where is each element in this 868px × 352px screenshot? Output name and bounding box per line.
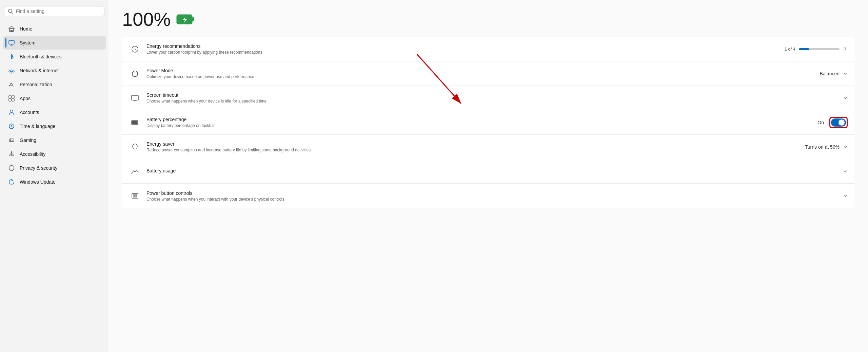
sidebar-item-network[interactable]: Network & internet <box>3 64 106 77</box>
item-desc: Lower your carbon footprint by applying … <box>146 50 779 55</box>
svg-point-13 <box>10 110 13 113</box>
personalization-icon <box>8 81 15 88</box>
sidebar-item-gaming[interactable]: Gaming <box>3 133 106 147</box>
item-right-battery-usage <box>843 169 848 174</box>
system-icon <box>8 39 15 46</box>
sidebar-item-label: Bluetooth & devices <box>20 54 62 59</box>
sidebar-item-personalization[interactable]: Personalization <box>3 78 106 91</box>
toggle-switch[interactable] <box>831 118 846 127</box>
svg-point-19 <box>11 151 12 153</box>
toggle-on-label: On <box>817 120 824 125</box>
svg-rect-33 <box>135 194 137 197</box>
sidebar-item-label: Accessibility <box>20 151 45 157</box>
sidebar-item-update[interactable]: Windows Update <box>3 175 106 189</box>
sidebar-item-apps[interactable]: Apps <box>3 92 106 105</box>
toggle-highlight <box>829 117 848 128</box>
item-title: Battery percentage <box>146 117 812 122</box>
item-title: Energy saver <box>146 141 800 147</box>
svg-rect-9 <box>9 96 11 98</box>
battery-charging-icon <box>176 13 195 26</box>
sidebar-item-label: Time & language <box>20 124 55 129</box>
svg-rect-29 <box>132 121 137 124</box>
item-icon-energy-saver <box>129 141 141 153</box>
item-desc: Display battery percentage on taskbar <box>146 123 812 128</box>
svg-rect-25 <box>132 95 138 100</box>
progress-fill <box>799 48 809 50</box>
svg-point-18 <box>12 140 13 141</box>
item-desc: Choose what happens when your device is … <box>146 99 837 104</box>
chevron-down-icon <box>843 169 848 174</box>
chevron-down-icon <box>843 71 848 76</box>
progress-label: 1 of 4 <box>784 47 795 52</box>
sidebar-item-label: Accounts <box>20 110 39 115</box>
svg-line-1 <box>12 12 13 14</box>
sidebar-item-label: Network & internet <box>20 68 59 73</box>
settings-item-power-button[interactable]: Power button controls Choose what happen… <box>122 184 854 208</box>
sidebar-item-system[interactable]: System <box>3 36 106 50</box>
sidebar-item-accounts[interactable]: Accounts <box>3 106 106 119</box>
dropdown-value: Turns on at 50% <box>805 144 840 150</box>
item-title: Power Mode <box>146 68 814 73</box>
bluetooth-icon <box>8 53 15 60</box>
sidebar-item-privacy[interactable]: Privacy & security <box>3 161 106 175</box>
settings-item-energy-recommendations[interactable]: Energy recommendations Lower your carbon… <box>122 37 854 61</box>
item-right-energy-saver[interactable]: Turns on at 50% <box>805 144 848 150</box>
item-right-screen-timeout <box>843 96 848 100</box>
svg-rect-3 <box>11 30 13 32</box>
settings-item-energy-saver[interactable]: Energy saver Reduce power consumption an… <box>122 135 854 159</box>
toggle-slider <box>831 118 846 127</box>
progress-bar <box>799 48 840 50</box>
accessibility-icon <box>8 151 15 158</box>
item-icon-power-button <box>129 190 141 202</box>
item-right-energy-recommendations: 1 of 4 <box>784 46 848 52</box>
settings-item-battery-usage[interactable]: Battery usage <box>122 159 854 184</box>
chevron-down-icon <box>843 193 848 198</box>
item-desc: Choose what happens when you interact wi… <box>146 197 837 202</box>
time-icon <box>8 123 15 130</box>
item-right-power-mode[interactable]: Balanced <box>820 71 848 76</box>
item-icon-battery-percentage <box>129 116 141 129</box>
item-text-battery-percentage: Battery percentage Display battery perce… <box>146 117 812 128</box>
sidebar-item-label: Windows Update <box>20 179 56 185</box>
sidebar-item-label: Privacy & security <box>20 165 57 171</box>
settings-item-power-mode[interactable]: Power Mode Optimize your device based on… <box>122 61 854 86</box>
accounts-icon <box>8 109 15 116</box>
item-text-power-mode: Power Mode Optimize your device based on… <box>146 68 814 79</box>
update-icon <box>8 179 15 185</box>
sidebar-item-bluetooth[interactable]: Bluetooth & devices <box>3 50 106 63</box>
svg-rect-4 <box>9 40 14 44</box>
item-icon-power-mode <box>129 68 141 80</box>
svg-rect-21 <box>192 17 194 21</box>
sidebar-item-time[interactable]: Time & language <box>3 119 106 133</box>
sidebar-item-label: Personalization <box>20 82 52 87</box>
sidebar-item-home[interactable]: Home <box>3 22 106 36</box>
settings-item-screen-timeout[interactable]: Screen timeout Choose what happens when … <box>122 86 854 110</box>
sidebar-item-label: Home <box>20 26 32 32</box>
sidebar-item-accessibility[interactable]: Accessibility <box>3 147 106 161</box>
item-desc: Reduce power consumption and increase ba… <box>146 148 800 152</box>
gaming-icon <box>8 137 15 144</box>
progress-area: 1 of 4 <box>784 47 840 52</box>
settings-item-battery-percentage[interactable]: Battery percentage Display battery perce… <box>122 110 854 135</box>
sidebar-item-label: System <box>20 40 36 45</box>
sidebar-item-label: Apps <box>20 96 31 101</box>
item-title: Power button controls <box>146 190 837 196</box>
svg-rect-11 <box>9 99 11 101</box>
item-icon-battery-usage <box>129 165 141 178</box>
svg-rect-12 <box>12 99 14 101</box>
item-title: Screen timeout <box>146 92 837 98</box>
search-box[interactable] <box>4 6 104 16</box>
apps-icon <box>8 95 15 102</box>
settings-list: Energy recommendations Lower your carbon… <box>122 37 854 208</box>
search-input[interactable] <box>16 8 101 14</box>
svg-rect-32 <box>133 194 135 197</box>
item-text-battery-usage: Battery usage <box>146 168 837 174</box>
main-content: 100% Energy recommendations Lower your c… <box>108 0 868 352</box>
sidebar: Home System Bluetooth & devices Network … <box>0 0 108 352</box>
item-title: Battery usage <box>146 168 837 173</box>
item-text-screen-timeout: Screen timeout Choose what happens when … <box>146 92 837 104</box>
dropdown-value: Balanced <box>820 71 840 76</box>
item-title: Energy recommendations <box>146 43 779 49</box>
item-icon-energy-recommendations <box>129 43 141 55</box>
item-right-battery-percentage: On <box>817 117 848 128</box>
